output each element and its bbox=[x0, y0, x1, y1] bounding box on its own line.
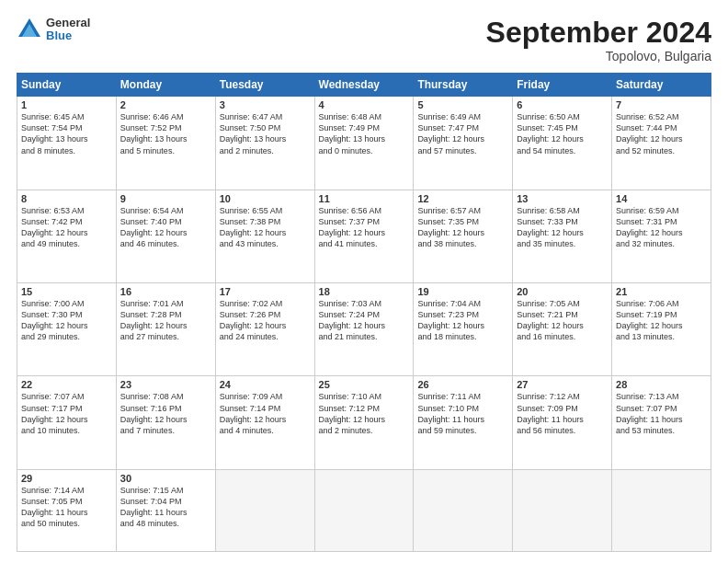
day-info: Sunrise: 6:49 AM Sunset: 7:47 PM Dayligh… bbox=[417, 111, 508, 156]
day-info: Sunrise: 7:13 AM Sunset: 7:07 PM Dayligh… bbox=[616, 391, 707, 436]
day-info: Sunrise: 7:15 AM Sunset: 7:04 PM Dayligh… bbox=[120, 485, 211, 530]
day-info: Sunrise: 7:03 AM Sunset: 7:24 PM Dayligh… bbox=[319, 298, 410, 343]
day-number: 24 bbox=[220, 379, 311, 390]
weekday-header-sunday: Sunday bbox=[17, 74, 117, 97]
day-number: 21 bbox=[616, 286, 707, 297]
day-cell: 16Sunrise: 7:01 AM Sunset: 7:28 PM Dayli… bbox=[116, 283, 215, 376]
day-cell: 8Sunrise: 6:53 AM Sunset: 7:42 PM Daylig… bbox=[17, 190, 117, 282]
week-row-2: 8Sunrise: 6:53 AM Sunset: 7:42 PM Daylig… bbox=[17, 190, 711, 282]
day-cell bbox=[314, 469, 414, 551]
day-info: Sunrise: 7:09 AM Sunset: 7:14 PM Dayligh… bbox=[220, 391, 311, 436]
day-number: 11 bbox=[319, 193, 410, 204]
weekday-header-saturday: Saturday bbox=[612, 74, 711, 97]
day-number: 14 bbox=[616, 193, 707, 204]
day-number: 17 bbox=[220, 286, 311, 297]
day-number: 23 bbox=[120, 379, 211, 390]
day-info: Sunrise: 7:04 AM Sunset: 7:23 PM Dayligh… bbox=[417, 298, 508, 343]
day-cell: 4Sunrise: 6:48 AM Sunset: 7:49 PM Daylig… bbox=[314, 97, 414, 190]
day-info: Sunrise: 6:46 AM Sunset: 7:52 PM Dayligh… bbox=[120, 111, 211, 156]
day-cell: 13Sunrise: 6:58 AM Sunset: 7:33 PM Dayli… bbox=[513, 190, 612, 282]
day-cell: 21Sunrise: 7:06 AM Sunset: 7:19 PM Dayli… bbox=[612, 283, 711, 376]
day-number: 9 bbox=[120, 193, 211, 204]
day-cell: 29Sunrise: 7:14 AM Sunset: 7:05 PM Dayli… bbox=[17, 469, 117, 551]
day-number: 26 bbox=[417, 379, 508, 390]
day-cell bbox=[414, 469, 513, 551]
day-number: 13 bbox=[517, 193, 608, 204]
day-cell: 18Sunrise: 7:03 AM Sunset: 7:24 PM Dayli… bbox=[314, 283, 414, 376]
day-info: Sunrise: 7:12 AM Sunset: 7:09 PM Dayligh… bbox=[517, 391, 608, 436]
day-number: 10 bbox=[220, 193, 311, 204]
weekday-header-wednesday: Wednesday bbox=[314, 74, 414, 97]
calendar-body: 1Sunrise: 6:45 AM Sunset: 7:54 PM Daylig… bbox=[17, 97, 711, 552]
day-info: Sunrise: 7:05 AM Sunset: 7:21 PM Dayligh… bbox=[517, 298, 608, 343]
day-info: Sunrise: 6:45 AM Sunset: 7:54 PM Dayligh… bbox=[21, 111, 112, 156]
day-number: 5 bbox=[417, 99, 508, 110]
day-info: Sunrise: 7:07 AM Sunset: 7:17 PM Dayligh… bbox=[21, 391, 112, 436]
day-number: 2 bbox=[120, 99, 211, 110]
day-cell: 1Sunrise: 6:45 AM Sunset: 7:54 PM Daylig… bbox=[17, 97, 117, 190]
day-info: Sunrise: 7:00 AM Sunset: 7:30 PM Dayligh… bbox=[21, 298, 112, 343]
day-number: 29 bbox=[21, 473, 112, 484]
day-cell: 10Sunrise: 6:55 AM Sunset: 7:38 PM Dayli… bbox=[215, 190, 314, 282]
day-info: Sunrise: 6:50 AM Sunset: 7:45 PM Dayligh… bbox=[517, 111, 608, 156]
day-number: 7 bbox=[616, 99, 707, 110]
day-cell: 12Sunrise: 6:57 AM Sunset: 7:35 PM Dayli… bbox=[414, 190, 513, 282]
day-cell: 6Sunrise: 6:50 AM Sunset: 7:45 PM Daylig… bbox=[513, 97, 612, 190]
weekday-header-thursday: Thursday bbox=[414, 74, 513, 97]
day-number: 3 bbox=[220, 99, 311, 110]
weekday-header-monday: Monday bbox=[116, 74, 215, 97]
day-cell: 7Sunrise: 6:52 AM Sunset: 7:44 PM Daylig… bbox=[612, 97, 711, 190]
weekday-header-row: SundayMondayTuesdayWednesdayThursdayFrid… bbox=[17, 74, 711, 97]
day-cell: 20Sunrise: 7:05 AM Sunset: 7:21 PM Dayli… bbox=[513, 283, 612, 376]
day-cell bbox=[612, 469, 711, 551]
location: Topolovo, Bulgaria bbox=[486, 49, 711, 63]
day-cell: 26Sunrise: 7:11 AM Sunset: 7:10 PM Dayli… bbox=[414, 376, 513, 469]
day-info: Sunrise: 6:59 AM Sunset: 7:31 PM Dayligh… bbox=[616, 205, 707, 250]
day-cell: 22Sunrise: 7:07 AM Sunset: 7:17 PM Dayli… bbox=[17, 376, 117, 469]
day-info: Sunrise: 7:14 AM Sunset: 7:05 PM Dayligh… bbox=[21, 485, 112, 530]
day-info: Sunrise: 7:06 AM Sunset: 7:19 PM Dayligh… bbox=[616, 298, 707, 343]
day-number: 1 bbox=[21, 99, 112, 110]
logo-text: General Blue bbox=[46, 17, 90, 43]
day-cell: 14Sunrise: 6:59 AM Sunset: 7:31 PM Dayli… bbox=[612, 190, 711, 282]
day-number: 18 bbox=[319, 286, 410, 297]
day-info: Sunrise: 6:47 AM Sunset: 7:50 PM Dayligh… bbox=[220, 111, 311, 156]
day-number: 6 bbox=[517, 99, 608, 110]
day-number: 15 bbox=[21, 286, 112, 297]
day-number: 12 bbox=[417, 193, 508, 204]
day-cell: 5Sunrise: 6:49 AM Sunset: 7:47 PM Daylig… bbox=[414, 97, 513, 190]
day-info: Sunrise: 6:54 AM Sunset: 7:40 PM Dayligh… bbox=[120, 205, 211, 250]
weekday-header-friday: Friday bbox=[513, 74, 612, 97]
day-cell: 28Sunrise: 7:13 AM Sunset: 7:07 PM Dayli… bbox=[612, 376, 711, 469]
day-info: Sunrise: 6:52 AM Sunset: 7:44 PM Dayligh… bbox=[616, 111, 707, 156]
day-cell: 15Sunrise: 7:00 AM Sunset: 7:30 PM Dayli… bbox=[17, 283, 117, 376]
day-number: 28 bbox=[616, 379, 707, 390]
day-info: Sunrise: 6:48 AM Sunset: 7:49 PM Dayligh… bbox=[319, 111, 410, 156]
calendar-table: SundayMondayTuesdayWednesdayThursdayFrid… bbox=[17, 73, 711, 552]
logo: General Blue bbox=[17, 17, 90, 43]
weekday-header-tuesday: Tuesday bbox=[215, 74, 314, 97]
day-cell: 11Sunrise: 6:56 AM Sunset: 7:37 PM Dayli… bbox=[314, 190, 414, 282]
day-info: Sunrise: 6:57 AM Sunset: 7:35 PM Dayligh… bbox=[417, 205, 508, 250]
day-cell: 27Sunrise: 7:12 AM Sunset: 7:09 PM Dayli… bbox=[513, 376, 612, 469]
day-info: Sunrise: 6:53 AM Sunset: 7:42 PM Dayligh… bbox=[21, 205, 112, 250]
day-cell: 17Sunrise: 7:02 AM Sunset: 7:26 PM Dayli… bbox=[215, 283, 314, 376]
week-row-3: 15Sunrise: 7:00 AM Sunset: 7:30 PM Dayli… bbox=[17, 283, 711, 376]
day-cell: 19Sunrise: 7:04 AM Sunset: 7:23 PM Dayli… bbox=[414, 283, 513, 376]
page: General Blue September 2024 Topolovo, Bu… bbox=[0, 0, 728, 563]
day-cell: 23Sunrise: 7:08 AM Sunset: 7:16 PM Dayli… bbox=[116, 376, 215, 469]
day-number: 8 bbox=[21, 193, 112, 204]
day-info: Sunrise: 6:58 AM Sunset: 7:33 PM Dayligh… bbox=[517, 205, 608, 250]
day-info: Sunrise: 6:55 AM Sunset: 7:38 PM Dayligh… bbox=[220, 205, 311, 250]
day-cell: 2Sunrise: 6:46 AM Sunset: 7:52 PM Daylig… bbox=[116, 97, 215, 190]
logo-blue: Blue bbox=[46, 29, 90, 42]
day-cell: 25Sunrise: 7:10 AM Sunset: 7:12 PM Dayli… bbox=[314, 376, 414, 469]
header: General Blue September 2024 Topolovo, Bu… bbox=[17, 17, 711, 63]
week-row-4: 22Sunrise: 7:07 AM Sunset: 7:17 PM Dayli… bbox=[17, 376, 711, 469]
day-number: 25 bbox=[319, 379, 410, 390]
day-number: 20 bbox=[517, 286, 608, 297]
day-cell: 9Sunrise: 6:54 AM Sunset: 7:40 PM Daylig… bbox=[116, 190, 215, 282]
week-row-1: 1Sunrise: 6:45 AM Sunset: 7:54 PM Daylig… bbox=[17, 97, 711, 190]
logo-icon bbox=[17, 17, 42, 42]
day-number: 4 bbox=[319, 99, 410, 110]
